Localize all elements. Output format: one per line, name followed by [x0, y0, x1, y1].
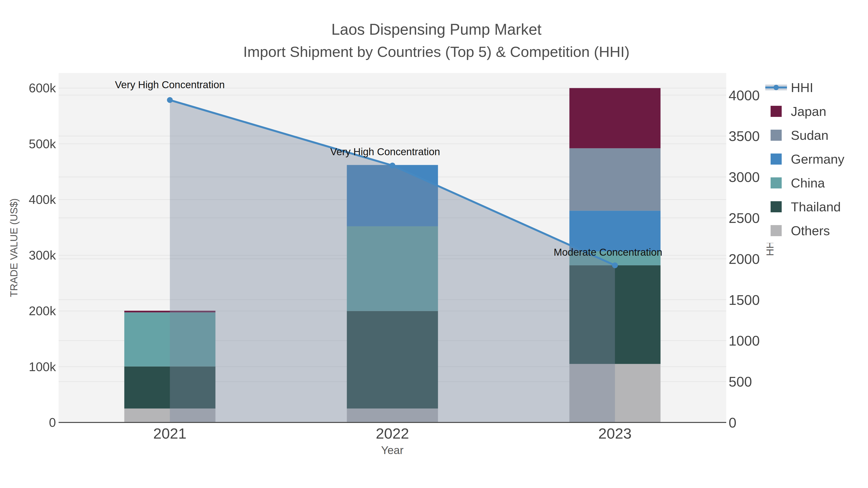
legend-swatch-japan — [771, 106, 782, 117]
x-tick-2021: 2021 — [153, 425, 187, 442]
chart-plot — [0, 0, 868, 488]
left-tick-200k: 200k — [0, 304, 56, 318]
annotation-3: Moderate Concentration — [554, 247, 662, 258]
right-tick-500: 500 — [728, 373, 752, 390]
legend-swatch-germany — [771, 154, 782, 165]
legend-label-china: China — [791, 175, 825, 190]
bar-segment-germany-2023 — [569, 210, 661, 251]
annotation-1: Very High Concentration — [115, 79, 225, 91]
right-tick-3500: 3500 — [728, 128, 760, 144]
legend-label-hhi: HHI — [791, 80, 813, 95]
right-tick-1500: 1500 — [728, 292, 760, 308]
hhi-legend-marker-sample — [774, 85, 779, 90]
legend-swatch-thailand — [771, 201, 782, 212]
legend-label-others: Others — [791, 223, 830, 238]
legend-label-japan: Japan — [791, 104, 826, 119]
left-tick-600k: 600k — [0, 81, 56, 95]
hhi-marker-2022 — [390, 163, 396, 168]
legend-label-thailand: Thailand — [791, 199, 841, 214]
left-tick-500k: 500k — [0, 137, 56, 151]
chart-subtitle: Import Shipment by Countries (Top 5) & C… — [243, 43, 629, 60]
right-tick-4000: 4000 — [728, 87, 760, 103]
legend-swatch-sudan — [771, 130, 782, 141]
left-tick-400k: 400k — [0, 192, 56, 207]
right-tick-0: 0 — [728, 415, 736, 431]
hhi-marker-2023 — [612, 262, 618, 268]
hhi-marker-2021 — [167, 97, 173, 103]
chart-canvas: Laos Dispensing Pump Market Import Shipm… — [0, 0, 868, 488]
left-tick-300k: 300k — [0, 248, 56, 262]
right-tick-1000: 1000 — [728, 332, 760, 349]
legend-swatch-china — [771, 177, 782, 189]
left-axis-title: TRADE VALUE (US$) — [8, 198, 20, 297]
left-tick-0: 0 — [0, 415, 56, 430]
bar-segment-japan-2023 — [569, 88, 661, 148]
legend-label-sudan: Sudan — [791, 128, 829, 143]
right-tick-3000: 3000 — [728, 169, 760, 185]
right-tick-2500: 2500 — [728, 210, 760, 226]
legend-label-germany: Germany — [791, 152, 844, 166]
legend-swatch-others — [771, 225, 782, 236]
right-tick-2000: 2000 — [728, 251, 760, 267]
x-tick-2022: 2022 — [376, 425, 409, 442]
x-axis-title: Year — [381, 444, 404, 457]
x-tick-2023: 2023 — [598, 425, 632, 442]
bar-segment-sudan-2023 — [569, 148, 661, 210]
left-tick-100k: 100k — [0, 360, 56, 374]
chart-title: Laos Dispensing Pump Market — [331, 21, 541, 38]
annotation-2: Very High Concentration — [330, 146, 440, 158]
